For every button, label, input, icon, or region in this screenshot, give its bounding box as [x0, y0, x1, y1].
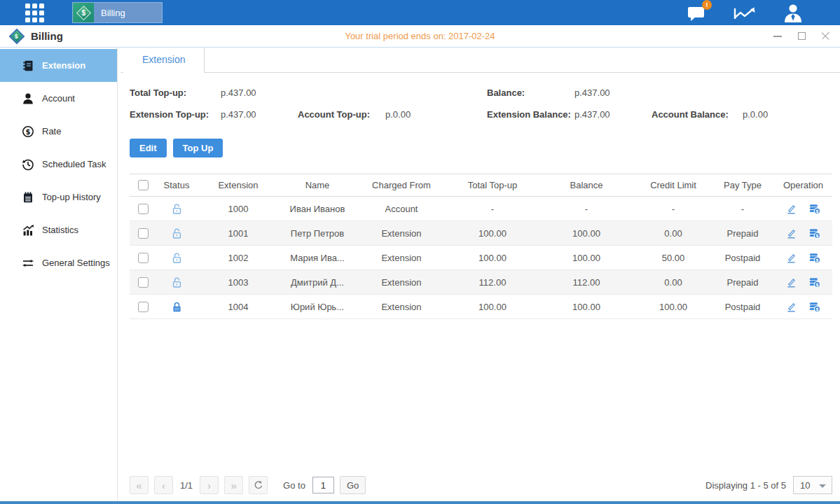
top-up-coins-icon[interactable]: $ — [808, 276, 821, 288]
cell-balance: 100.00 — [537, 253, 635, 263]
cell-credit-limit: 50.00 — [635, 253, 711, 263]
top-up-coins-icon[interactable]: $ — [808, 227, 821, 239]
window-titlebar: $ Billing Your trial period ends on: 201… — [0, 25, 840, 48]
cell-extension: 1003 — [197, 277, 280, 288]
col-extension: Extension — [197, 180, 280, 190]
col-credit-limit: Credit Limit — [635, 180, 711, 190]
app-launcher-grid-icon[interactable] — [25, 4, 44, 22]
row-checkbox[interactable] — [138, 253, 149, 263]
minimize-icon[interactable] — [773, 31, 783, 41]
prev-page-button[interactable]: ‹ — [154, 476, 173, 494]
table-row: 1001 Петр Петров Extension 100.00 100.00… — [130, 221, 832, 246]
sidebar-item-general-settings[interactable]: General Settings — [0, 246, 117, 279]
cell-total-topup: - — [448, 204, 537, 214]
cell-extension: 1000 — [197, 204, 280, 214]
first-page-button[interactable]: « — [130, 476, 149, 494]
go-button[interactable]: Go — [340, 476, 366, 494]
row-checkbox[interactable] — [138, 228, 149, 239]
extension-balance-value: p.437.00 — [574, 109, 652, 120]
top-up-coins-icon[interactable]: $ — [808, 251, 821, 264]
cell-name: Юрий Юрь... — [280, 302, 355, 312]
close-icon[interactable] — [820, 31, 830, 41]
table-row: 1003 Дмитрий Д... Extension 112.00 112.0… — [130, 270, 832, 295]
window-title: Billing — [31, 30, 63, 42]
lock-open-icon — [156, 227, 197, 239]
sidebar-item-statistics[interactable]: Statistics — [0, 214, 117, 246]
summary-panel: Total Top-up: p.437.00 Extension Top-up:… — [130, 82, 832, 127]
svg-text:$: $ — [815, 258, 818, 262]
edit-pencil-icon[interactable] — [785, 252, 797, 264]
lock-open-icon — [156, 252, 197, 264]
goto-page-input[interactable] — [312, 477, 334, 493]
row-checkbox[interactable] — [138, 302, 149, 312]
cell-total-topup: 100.00 — [448, 302, 537, 312]
col-balance: Balance — [537, 180, 635, 190]
sidebar-item-label: General Settings — [42, 258, 110, 268]
top-up-coins-icon[interactable]: $ — [808, 202, 821, 215]
notebook-icon — [21, 190, 35, 204]
edit-pencil-icon[interactable] — [785, 301, 797, 313]
user-account-icon[interactable] — [783, 4, 804, 22]
ledger-icon — [21, 59, 35, 73]
cell-pay-type: Prepaid — [711, 228, 774, 239]
cell-balance: 100.00 — [537, 302, 635, 312]
reports-chart-icon[interactable] — [734, 4, 756, 21]
edit-pencil-icon[interactable] — [785, 276, 797, 288]
sidebar-item-topup-history[interactable]: Top-up History — [0, 181, 117, 214]
sidebar-item-scheduled-task[interactable]: Scheduled Task — [0, 148, 117, 181]
col-pay-type: Pay Type — [711, 180, 774, 190]
total-topup-label: Total Top-up: — [130, 88, 221, 98]
sidebar-item-label: Statistics — [42, 225, 78, 235]
balance-value: p.437.00 — [574, 88, 652, 98]
cell-extension: 1004 — [197, 302, 280, 312]
sidebar-item-label: Extension — [42, 60, 85, 71]
dollar-circle-icon: $ — [21, 125, 35, 139]
maximize-icon[interactable] — [797, 31, 806, 41]
person-icon — [21, 92, 35, 106]
history-clock-icon — [21, 158, 35, 172]
svg-text:$: $ — [26, 127, 31, 135]
col-name: Name — [280, 180, 355, 190]
next-page-button[interactable]: › — [200, 476, 219, 494]
sidebar-item-account[interactable]: Account — [0, 82, 117, 115]
edit-pencil-icon[interactable] — [785, 203, 797, 215]
top-up-coins-icon[interactable]: $ — [808, 300, 821, 313]
bar-chart-icon — [21, 223, 35, 237]
page-size-select[interactable]: 10 — [793, 476, 832, 494]
cell-pay-type: Prepaid — [711, 277, 774, 288]
last-page-button[interactable]: » — [224, 476, 243, 494]
account-balance-value: p.0.00 — [743, 109, 768, 120]
cell-extension: 1001 — [197, 228, 280, 239]
sidebar-item-label: Account — [42, 93, 75, 104]
cell-balance: - — [537, 204, 635, 214]
tab-extension[interactable]: Extension — [123, 48, 205, 73]
sidebar-item-label: Scheduled Task — [42, 159, 106, 169]
page-info: 1/1 — [180, 480, 193, 491]
account-topup-value: p.0.00 — [385, 109, 411, 120]
lock-open-icon — [156, 276, 197, 288]
sidebar-item-extension[interactable]: Extension — [0, 49, 117, 82]
top-up-button[interactable]: Top Up — [173, 139, 223, 158]
cell-name: Петр Петров — [280, 228, 355, 239]
svg-text:$: $ — [815, 209, 818, 214]
row-checkbox[interactable] — [138, 277, 149, 288]
refresh-icon[interactable] — [249, 476, 268, 494]
row-checkbox[interactable] — [138, 204, 149, 214]
select-all-checkbox[interactable] — [138, 180, 149, 190]
chevron-down-icon — [819, 484, 826, 488]
cell-charged-from: Extension — [355, 253, 448, 263]
cell-credit-limit: 0.00 — [635, 277, 711, 288]
edit-pencil-icon[interactable] — [785, 227, 797, 239]
desktop-topbar: $ Billing ! — [0, 0, 840, 25]
taskbar-item-billing[interactable]: $ Billing — [72, 2, 163, 23]
edit-button[interactable]: Edit — [130, 139, 167, 158]
billing-diamond-dollar-icon: $ — [76, 5, 90, 20]
extension-topup-label: Extension Top-up: — [130, 109, 221, 120]
notification-badge: ! — [702, 0, 712, 10]
account-balance-label: Account Balance: — [652, 109, 743, 120]
sidebar-item-label: Top-up History — [42, 192, 101, 202]
main-content: Extension Total Top-up: p.437.00 Extensi… — [118, 48, 840, 500]
sidebar-item-rate[interactable]: $ Rate — [0, 115, 117, 148]
messages-icon[interactable]: ! — [687, 4, 707, 22]
cell-charged-from: Extension — [355, 277, 448, 288]
